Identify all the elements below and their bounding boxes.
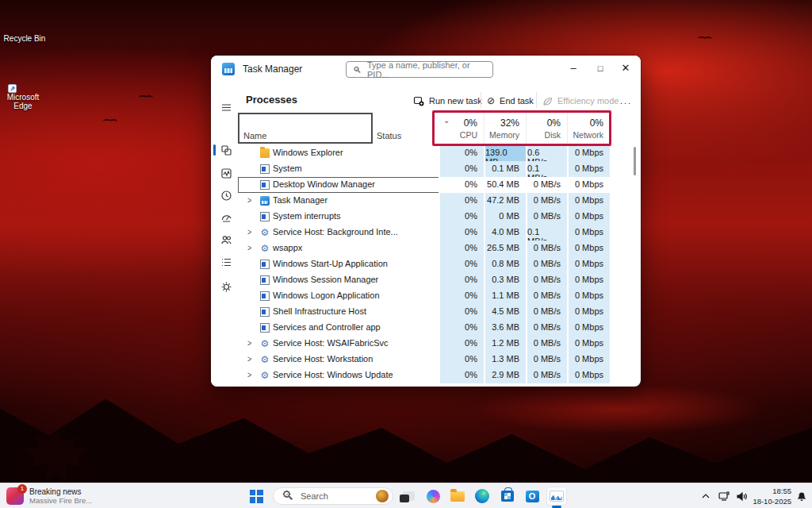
process-icon: ⚙ [260,244,270,253]
window-titlebar[interactable]: Task Manager 🔍︎ Type a name, publisher, … [211,56,641,83]
process-name: Service Host: WSAIFabricSvc [273,338,388,348]
end-task-button[interactable]: ⊘ End task [487,92,534,110]
volume-tray-icon[interactable] [733,483,750,508]
process-row[interactable]: ˃ Windows Start-Up Application 0% 0.8 MB… [238,256,610,272]
page-title: Processes [246,94,297,106]
process-row[interactable]: ˃ ⚙ Service Host: WSAIFabricSvc 0% 1.2 M… [238,336,610,352]
sidebar-item-services[interactable] [217,278,235,295]
show-hidden-icons-button[interactable] [698,483,714,508]
task-view-button[interactable] [398,487,419,506]
microsoft-store-button[interactable] [497,487,518,506]
process-name: Shell Infrastructure Host [273,306,366,316]
process-row[interactable]: ˃ Services and Controller app 0% 3.6 MB … [238,320,610,336]
gauge-icon [220,212,232,224]
cpu-cell: 0% [439,256,484,272]
process-name: System [273,164,302,173]
disk-cell: 0 MB/s [526,352,567,368]
expand-chevron-icon[interactable]: ˃ [247,243,251,253]
desktop-icon-recycle-bin[interactable]: ♻ Recycle Bin [0,6,49,43]
process-row[interactable]: ˃ System 0% 0.1 MB 0.1 MB/s 0 Mbps [238,161,610,177]
desktop-icon-microsoft-edge[interactable]: ↗ Microsoft Edge [0,65,49,110]
file-explorer-icon [450,491,465,502]
notification-badge: 1 [17,484,27,494]
close-button[interactable]: ✕ [612,56,639,81]
process-row[interactable]: ˃ Windows Logon Application 0% 1.1 MB 0 … [238,288,610,304]
widgets-button[interactable]: 1 Breaking news Massive Fire Bre... [6,485,133,507]
widgets-icon: 1 [6,487,24,505]
expand-chevron-icon[interactable]: ˃ [247,338,251,348]
process-row[interactable]: ˃ Windows Session Manager 0% 0.3 MB 0 MB… [238,272,610,288]
users-icon [220,234,232,246]
memory-cell: 1.2 MB [484,336,526,352]
expand-chevron-icon[interactable]: ˃ [247,195,251,206]
process-row[interactable]: ˃ Shell Infrastructure Host 0% 4.5 MB 0 … [238,304,610,320]
more-options-button[interactable]: ... [620,92,632,110]
column-header-memory[interactable]: 32% Memory [484,113,526,144]
clock-tray[interactable]: 18:55 18-10-2025 [750,486,791,506]
process-icon: ⚙ [260,228,270,237]
taskbar: 1 Breaking news Massive Fire Bre... 🔍︎ S… [0,483,812,508]
process-row[interactable]: ˃ Windows Explorer 0% 139.0 MB 0.6 MB/s … [238,145,610,161]
edge-button[interactable] [472,487,492,506]
network-cell: 0 Mbps [567,209,610,225]
process-search-input[interactable]: 🔍︎ Type a name, publisher, or PID... [346,61,493,78]
memory-total-value: 32% [500,117,519,129]
process-row[interactable]: ˃ ⚙ Service Host: Background Inte... 0% … [238,225,610,241]
store-icon [501,491,514,502]
process-row[interactable]: ˃ System interrupts 0% 0 MB 0 MB/s 0 Mbp… [238,209,610,225]
sidebar-item-users[interactable] [217,231,235,248]
network-tray-icon[interactable] [715,483,733,508]
copilot-button[interactable] [423,487,443,506]
network-cell: 0 Mbps [567,304,610,320]
process-row[interactable]: ˃ ⚙ Service Host: Workstation 0% 1.3 MB … [238,352,610,368]
process-row[interactable]: ˃ Task Manager 0% 47.2 MB 0 MB/s 0 Mbps [238,193,610,209]
process-row[interactable]: ˃ ⚙ Service Host: Windows Update 0% 2.9 … [238,368,610,383]
menu-button[interactable] [217,98,235,116]
expand-chevron-icon[interactable]: ˃ [247,227,251,237]
taskbar-search[interactable]: 🔍︎ Search [273,487,393,505]
disk-total-value: 0% [547,117,561,129]
expand-chevron-icon[interactable]: ˃ [247,370,251,380]
bing-daily-icon [376,490,389,502]
sidebar-item-startup-apps[interactable] [217,209,235,226]
maximize-button[interactable]: □ [587,56,614,81]
task-manager-window: Task Manager 🔍︎ Type a name, publisher, … [211,56,641,387]
sidebar-item-processes[interactable] [217,141,235,159]
cpu-cell: 0% [439,336,484,352]
memory-cell: 0.1 MB [484,161,526,177]
notifications-button[interactable] [793,483,810,508]
process-name: Service Host: Workstation [273,354,373,364]
process-name: Services and Controller app [273,322,381,332]
stat-column-headers: ⌄ 0% CPU 32% Memory 0% Disk 0% Network [439,113,610,144]
start-button[interactable] [246,487,266,506]
windows-logo-icon [250,490,263,503]
desktop: ♻ Recycle Bin ↗ Microsoft Edge Task Mana… [0,0,812,508]
vertical-scrollbar[interactable] [634,147,636,175]
column-header-cpu[interactable]: 0% CPU [439,113,484,144]
task-manager-taskbar-button[interactable] [546,487,567,506]
process-icon [260,307,270,317]
column-header-disk[interactable]: 0% Disk [526,113,567,144]
network-column-label: Network [573,130,603,140]
widget-headline: Breaking news [29,487,92,496]
sidebar-item-performance[interactable] [217,164,235,182]
minimize-button[interactable]: – [560,56,587,81]
column-header-network[interactable]: 0% Network [567,113,610,144]
process-row[interactable]: ˃ Desktop Window Manager 0% 50.4 MB 0 MB… [238,177,610,193]
search-placeholder: Type a name, publisher, or PID... [367,60,486,79]
efficiency-mode-button[interactable]: Efficiency mode [542,92,619,110]
desktop-icon-label: Microsoft Edge [0,93,49,110]
outlook-button[interactable]: O [522,487,542,506]
search-icon: 🔍︎ [282,489,294,503]
performance-icon [220,167,232,179]
chevron-up-icon [701,493,710,499]
end-task-label: End task [500,96,534,106]
sidebar-item-details[interactable] [217,253,235,271]
sidebar-item-app-history[interactable] [217,187,235,204]
process-row[interactable]: ˃ ⚙ wsappx 0% 26.5 MB 0 MB/s 0 Mbps [238,241,610,256]
run-new-task-button[interactable]: Run new task [413,92,482,110]
expand-chevron-icon[interactable]: ˃ [247,354,251,364]
list-icon [220,256,232,268]
file-explorer-button[interactable] [447,487,468,506]
column-header-status[interactable]: Status [377,131,401,140]
